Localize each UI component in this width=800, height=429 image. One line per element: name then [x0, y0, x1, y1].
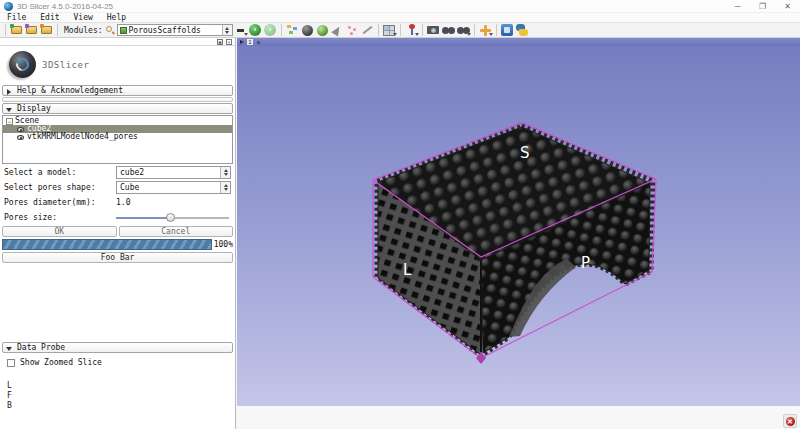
zoomed-slice-row: Show Zoomed Slice	[7, 358, 235, 367]
add-data-button[interactable]	[478, 23, 493, 37]
threed-viewport: 1	[237, 38, 800, 406]
slider-handle[interactable]	[166, 213, 175, 222]
help-acknowledgement-header[interactable]: Help & Acknowledgement	[2, 85, 233, 96]
volume-rendering-module-button[interactable]	[315, 23, 330, 37]
tree-item-label: vtkMRMLModelNode4_pores	[27, 133, 138, 141]
menu-view[interactable]: View	[67, 13, 100, 22]
maximize-button[interactable]: ❐	[750, 0, 775, 13]
python-console-button[interactable]	[515, 23, 530, 37]
visibility-eye-icon[interactable]	[17, 127, 24, 132]
error-log-button[interactable]: ✕	[783, 414, 797, 428]
shape-select-combobox[interactable]: Cube	[116, 181, 231, 194]
collapsed-arrow-icon	[7, 89, 11, 95]
probe-l-label: L	[7, 381, 235, 391]
pupil	[20, 137, 22, 139]
data-probe-header[interactable]: Data Probe	[2, 342, 233, 353]
combo-spinner[interactable]	[222, 25, 232, 35]
tree-item-pores[interactable]: vtkMRMLModelNode4_pores	[3, 133, 232, 141]
logo-row: 3DSlicer	[0, 46, 235, 84]
combo-spinner[interactable]	[220, 182, 230, 193]
ok-button[interactable]: OK	[2, 226, 117, 237]
lens	[106, 26, 112, 32]
box-corner-marker	[476, 352, 486, 364]
diameter-label: Pores diameter(mm):	[0, 198, 116, 207]
find-extensions-button[interactable]	[441, 23, 456, 37]
dot	[353, 28, 356, 31]
shape-select-value: Cube	[120, 183, 139, 192]
module-selector[interactable]: PorousScaffolds	[117, 24, 233, 36]
find-module-button[interactable]	[456, 23, 471, 37]
model-select-label: Select a model:	[0, 168, 116, 177]
load-data-button[interactable]	[9, 23, 24, 37]
save-folder-icon	[41, 26, 52, 34]
scene-tree-icon	[287, 25, 298, 36]
probe-f-label: F	[7, 391, 235, 401]
progress-row: 100%	[2, 239, 233, 250]
dropdown-caret-icon	[489, 33, 493, 36]
load-dicom-button[interactable]	[24, 23, 39, 37]
combo-spinner[interactable]	[220, 167, 230, 178]
menu-help[interactable]: Help	[100, 13, 133, 22]
orange-arrow-icon	[40, 24, 44, 28]
threed-canvas[interactable]: S L P	[237, 46, 800, 406]
pores-size-slider[interactable]	[116, 211, 229, 224]
data-probe-label: Data Probe	[17, 343, 65, 352]
display-section-header[interactable]: Display	[2, 103, 233, 114]
logo-swirl	[13, 55, 31, 73]
progress-bar	[2, 239, 212, 250]
module-history-button[interactable]	[233, 23, 248, 37]
cancel-button[interactable]: Cancel	[119, 226, 234, 237]
spin-down-icon	[224, 173, 228, 176]
menu-bar: File Edit View Help	[0, 13, 800, 22]
pane	[384, 26, 389, 30]
menu-edit[interactable]: Edit	[33, 13, 66, 22]
module-forward-button[interactable]: ›	[263, 23, 278, 37]
module-search-icon[interactable]	[105, 25, 115, 35]
view-menu-icon[interactable]	[257, 41, 260, 44]
head	[409, 24, 415, 29]
binoculars-icon	[442, 26, 455, 35]
lens	[448, 27, 455, 34]
minimize-button[interactable]: ─	[725, 0, 750, 13]
module-back-button[interactable]: ‹	[248, 23, 263, 37]
close-button[interactable]: ✕	[775, 0, 800, 13]
pane	[384, 31, 389, 35]
screenshot-button[interactable]	[426, 23, 441, 37]
app-icon	[4, 2, 13, 11]
show-zoomed-slice-checkbox[interactable]	[7, 359, 15, 367]
model-select-value: cube2	[120, 168, 144, 177]
plus-v	[484, 25, 487, 36]
volumes-module-button[interactable]	[300, 23, 315, 37]
model-select-row: Select a model: cube2	[0, 165, 235, 180]
menu-file[interactable]: File	[0, 13, 33, 22]
dropdown-caret-icon	[415, 33, 419, 36]
toolbar-separator	[5, 24, 6, 36]
layout-selector-button[interactable]	[382, 23, 397, 37]
view-header-bar[interactable]: 1	[237, 38, 800, 46]
save-button[interactable]	[39, 23, 54, 37]
view-badge: 1	[247, 39, 253, 45]
orientation-label-left: L	[403, 261, 412, 279]
transforms-module-button[interactable]	[330, 23, 345, 37]
spin-up-icon	[224, 169, 228, 172]
tree-expander-icon[interactable]: −	[6, 118, 13, 125]
diameter-value: 1.0	[116, 198, 130, 207]
load-data-folder-icon	[11, 26, 22, 34]
history-icon	[237, 29, 244, 32]
dot	[348, 26, 351, 29]
hide-panel-icon[interactable]: ×	[226, 39, 232, 45]
model-select-combobox[interactable]: cube2	[116, 166, 231, 179]
orientation-label-posterior: P	[581, 254, 590, 272]
extension-manager-button[interactable]	[500, 23, 515, 37]
visibility-eye-icon[interactable]	[17, 135, 24, 140]
markups-module-button[interactable]	[345, 23, 360, 37]
dark-sphere-icon	[302, 25, 313, 36]
annotations-module-button[interactable]	[360, 23, 375, 37]
module-shortcut-data-button[interactable]	[285, 23, 300, 37]
green-sphere-icon	[317, 25, 328, 36]
view-pin-icon[interactable]	[240, 40, 244, 44]
crosshair-button[interactable]	[404, 23, 419, 37]
undock-panel-icon[interactable]: ▣	[217, 39, 223, 45]
foo-bar-button[interactable]: Foo Bar	[2, 252, 233, 263]
modules-label: Modules:	[64, 26, 103, 35]
